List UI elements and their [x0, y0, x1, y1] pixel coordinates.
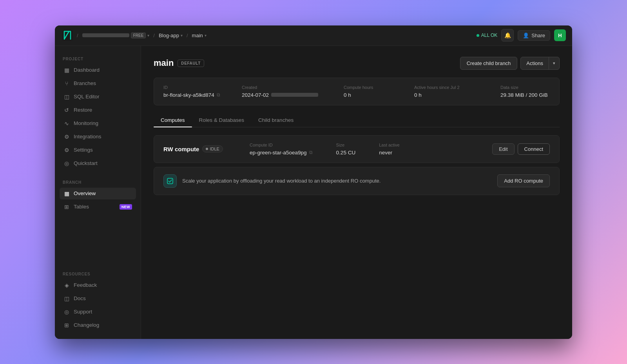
sidebar-item-quickstart[interactable]: ◎ Quickstart — [60, 158, 136, 169]
sidebar-item-docs-label: Docs — [74, 295, 86, 301]
sidebar-item-changelog-label: Changelog — [74, 322, 99, 328]
share-icon: 👤 — [523, 33, 529, 38]
sidebar-item-dashboard[interactable]: ▦ Dashboard — [60, 64, 136, 76]
app-body: PROJECT ▦ Dashboard ⑂ Branches ◫ SQL Edi… — [55, 46, 572, 339]
sidebar-item-docs[interactable]: ◫ Docs — [60, 293, 136, 304]
sidebar-item-monitoring[interactable]: ∿ Monitoring — [60, 118, 136, 129]
quickstart-icon: ◎ — [63, 160, 70, 167]
branch-section-label: BRANCH — [60, 177, 136, 186]
data-size-label: Data size — [500, 85, 550, 90]
svg-rect-1 — [167, 178, 173, 184]
tabs: Computes Roles & Databases Child branche… — [154, 113, 560, 127]
edit-button[interactable]: Edit — [492, 143, 514, 155]
breadcrumb-app-name: Blog-app — [159, 33, 179, 38]
branch-chevron-icon: ▾ — [205, 33, 207, 38]
bell-icon: 🔔 — [504, 32, 511, 38]
created-date: 2024-07-02 — [242, 92, 269, 98]
last-active-value: never — [379, 150, 400, 156]
avatar[interactable]: H — [554, 29, 566, 41]
compute-hours-label: Compute hours — [344, 85, 414, 90]
sidebar-item-monitoring-label: Monitoring — [74, 120, 98, 126]
restore-icon: ↺ — [63, 107, 70, 113]
created-field: Created 2024-07-02 — [242, 85, 344, 98]
sidebar-item-settings[interactable]: ⚙ Settings — [60, 144, 136, 156]
sidebar-item-restore[interactable]: ↺ Restore — [60, 104, 136, 116]
sidebar-item-integrations[interactable]: ⚙ Integrations — [60, 131, 136, 143]
sidebar-item-branches[interactable]: ⑂ Branches — [60, 78, 136, 89]
copy-compute-id-icon[interactable]: ⧉ — [309, 150, 313, 155]
created-value: 2024-07-02 — [242, 92, 344, 98]
breadcrumb-slash-1: / — [77, 33, 78, 38]
header-right: ALL OK 🔔 👤 Share H — [477, 29, 566, 42]
compute-last-active-field: Last active never — [379, 143, 400, 156]
sidebar-item-integrations-label: Integrations — [74, 134, 101, 139]
main-content: main DEFAULT Create child branch Actions… — [141, 46, 572, 339]
data-size-field: Data size 29.38 MiB / 200 GiB — [500, 85, 550, 98]
sidebar-item-support-label: Support — [74, 309, 92, 315]
compute-id-text: ep-green-star-a5oea9pg — [250, 150, 307, 156]
sidebar-item-settings-label: Settings — [74, 147, 93, 153]
actions-label[interactable]: Actions — [521, 57, 549, 69]
tab-roles-databases[interactable]: Roles & Databases — [192, 113, 252, 127]
ro-card-left: Scale your application by offloading you… — [163, 174, 381, 188]
status-dot — [477, 34, 479, 37]
project-chevron-icon: ▾ — [147, 33, 149, 38]
sql-editor-icon: ◫ — [63, 94, 70, 100]
compute-card: RW compute IDLE Compute ID ep-green-star… — [154, 135, 560, 163]
breadcrumb-branch[interactable]: main ▾ — [190, 31, 209, 40]
compute-id-field: Compute ID ep-green-star-a5oea9pg ⧉ — [250, 143, 313, 156]
id-field: ID br-floral-sky-a5lkd874 ⧉ — [163, 85, 242, 98]
compute-id-value: ep-green-star-a5oea9pg ⧉ — [250, 150, 313, 156]
ro-card-text: Scale your application by offloading you… — [182, 178, 381, 184]
copy-id-icon[interactable]: ⧉ — [217, 92, 220, 98]
breadcrumb-app[interactable]: Blog-app ▾ — [156, 31, 185, 40]
sidebar-item-tables-label: Tables — [74, 204, 89, 210]
add-ro-compute-button[interactable]: Add RO compute — [497, 174, 550, 187]
notifications-button[interactable]: 🔔 — [501, 29, 514, 42]
active-hours-label: Active hours since Jul 2 — [414, 85, 500, 90]
sidebar-item-sql-editor[interactable]: ◫ SQL Editor — [60, 91, 136, 103]
sidebar-item-tables[interactable]: ⊞ Tables NEW — [60, 201, 136, 213]
integrations-icon: ⚙ — [63, 134, 70, 140]
free-badge: FREE — [131, 33, 146, 38]
actions-button[interactable]: Actions ▾ — [520, 57, 560, 70]
sidebar-item-feedback[interactable]: ◈ Feedback — [60, 279, 136, 291]
branches-icon: ⑂ — [63, 80, 70, 87]
compute-details: Compute ID ep-green-star-a5oea9pg ⧉ Size… — [250, 143, 492, 156]
idle-dot — [206, 148, 208, 150]
ro-card: Scale your application by offloading you… — [154, 167, 560, 195]
tab-child-branches[interactable]: Child branches — [251, 113, 301, 127]
overview-icon: ▦ — [63, 190, 70, 197]
sidebar-item-support[interactable]: ◎ Support — [60, 306, 136, 318]
sidebar-item-changelog[interactable]: ⊞ Changelog — [60, 319, 136, 331]
idle-status: IDLE — [210, 147, 219, 151]
docs-icon: ◫ — [63, 295, 70, 302]
data-size-value: 29.38 MiB / 200 GiB — [500, 92, 550, 98]
connect-button[interactable]: Connect — [518, 143, 550, 155]
status-indicator: ALL OK — [477, 33, 498, 38]
compute-id-label: Compute ID — [250, 143, 313, 147]
actions-chevron-icon[interactable]: ▾ — [549, 58, 559, 69]
project-section-label: PROJECT — [60, 54, 136, 63]
sidebar-item-sql-label: SQL Editor — [74, 94, 100, 100]
breadcrumb-branch-name: main — [192, 33, 203, 38]
support-icon: ◎ — [63, 309, 70, 315]
share-button[interactable]: 👤 Share — [518, 30, 550, 41]
header: / FREE ▾ / Blog-app ▾ / main ▾ ALL OK — [55, 25, 572, 46]
breadcrumb-project-name — [82, 33, 129, 37]
compute-name-text: RW compute — [163, 146, 199, 152]
resources-section-label: RESOURCES — [60, 269, 136, 278]
default-badge: DEFAULT — [178, 60, 204, 67]
changelog-icon: ⊞ — [63, 322, 70, 328]
sidebar-item-branches-label: Branches — [74, 80, 96, 86]
sidebar-item-overview[interactable]: ▦ Overview — [60, 188, 136, 199]
compute-hours-value: 0 h — [344, 92, 414, 98]
app-logo — [61, 29, 74, 42]
tab-computes[interactable]: Computes — [154, 113, 192, 127]
id-label: ID — [163, 85, 242, 90]
breadcrumb-project[interactable]: FREE ▾ — [80, 31, 152, 40]
sidebar-item-restore-label: Restore — [74, 107, 92, 113]
compute-size-value: 0.25 CU — [336, 150, 356, 156]
sidebar: PROJECT ▦ Dashboard ⑂ Branches ◫ SQL Edi… — [55, 46, 141, 339]
create-child-branch-button[interactable]: Create child branch — [460, 57, 518, 70]
